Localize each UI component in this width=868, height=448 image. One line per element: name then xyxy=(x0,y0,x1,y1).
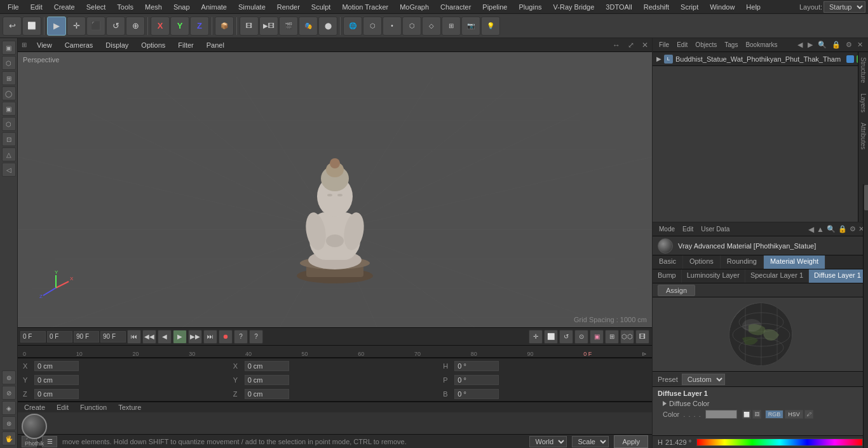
display-menu[interactable]: Display xyxy=(103,40,131,50)
3dtoall-menu[interactable]: 3DTOAll xyxy=(600,2,637,12)
panel-menu[interactable]: Panel xyxy=(204,40,227,50)
material-thumbnail[interactable]: Phothik xyxy=(22,414,47,439)
world-dropdown[interactable]: World xyxy=(529,436,567,447)
x-size-input[interactable] xyxy=(245,361,289,371)
render-region-button[interactable]: 🎬 xyxy=(279,17,298,36)
status-icon2[interactable]: ☰ xyxy=(42,436,57,447)
sidebar-tool-7[interactable]: ⊡ xyxy=(2,132,16,146)
next-frame-button[interactable]: ▶▶ xyxy=(188,330,202,344)
point-btn[interactable]: • xyxy=(383,17,402,36)
frame-input[interactable] xyxy=(47,331,72,343)
attr-subtab-diffuse[interactable]: Diffuse Layer 1 xyxy=(809,269,867,283)
vp-maximize-icon[interactable]: ⤢ xyxy=(628,41,634,50)
play-back-button[interactable]: ◀ xyxy=(158,330,172,344)
layers-tab[interactable]: Layers xyxy=(858,88,868,118)
frame-end-input1[interactable] xyxy=(74,331,99,343)
file-menu[interactable]: File xyxy=(3,2,24,12)
attr-subtab-specular[interactable]: Specular Layer 1 xyxy=(745,269,809,283)
mograph-menu[interactable]: MoGraph xyxy=(395,2,434,12)
frame-end-input2[interactable] xyxy=(100,331,126,343)
attr-forward-icon[interactable]: ▲ xyxy=(817,225,824,234)
color-tool-1[interactable]: ⬜ xyxy=(742,410,751,419)
sidebar-tool-5[interactable]: ▣ xyxy=(2,102,16,116)
attr-tab-matweight[interactable]: Material Weight xyxy=(764,255,825,269)
b-rot-input[interactable] xyxy=(454,389,499,399)
assign-button[interactable]: Assign xyxy=(658,285,695,296)
sidebar-tool-1[interactable]: ▣ xyxy=(2,41,16,55)
attr-tab-basic[interactable]: Basic xyxy=(653,255,683,269)
sidebar-tool-2[interactable]: ⬡ xyxy=(2,56,16,70)
select-menu[interactable]: Select xyxy=(81,2,111,12)
undo-button[interactable]: ↩ xyxy=(3,17,22,36)
om-forward-icon[interactable]: ▶ xyxy=(806,39,814,50)
h-rot-input[interactable] xyxy=(454,361,499,371)
render-film-button[interactable]: 🎞 xyxy=(240,17,259,36)
edit-menu[interactable]: Edit xyxy=(25,2,48,12)
y-size-input[interactable] xyxy=(245,375,289,385)
func-edit[interactable]: Edit xyxy=(54,402,71,412)
key-button[interactable]: ? xyxy=(234,330,248,344)
select-tool-button[interactable]: ▶ xyxy=(47,17,66,36)
pan-vp-button[interactable]: ⊙ xyxy=(574,330,588,344)
character-menu[interactable]: Character xyxy=(435,2,476,12)
z-axis-button[interactable]: Z xyxy=(190,17,209,36)
attr-tab-options[interactable]: Options xyxy=(683,255,721,269)
sidebar-tool-4[interactable]: ◯ xyxy=(2,86,16,100)
move-vp-button[interactable]: ✛ xyxy=(529,330,543,344)
motion-tracker-menu[interactable]: Motion Tracker xyxy=(337,2,393,12)
color-picker-btn[interactable]: 🖊 xyxy=(804,410,813,419)
sidebar-tool-8[interactable]: △ xyxy=(2,147,16,161)
attr-lock-icon[interactable]: 🔒 xyxy=(838,225,847,233)
help-button[interactable]: ? xyxy=(249,330,263,344)
func-function[interactable]: Function xyxy=(78,402,109,412)
zoom-vp-button[interactable]: ⬜ xyxy=(544,330,558,344)
om-back-icon[interactable]: ◀ xyxy=(796,39,804,50)
vp-close-icon[interactable]: ✕ xyxy=(642,41,648,50)
om-settings-icon[interactable]: ⚙ xyxy=(844,39,853,50)
om-lock-icon[interactable]: 🔒 xyxy=(831,39,842,50)
play-button[interactable]: ▶ xyxy=(173,330,187,344)
om-file-menu[interactable]: File xyxy=(656,41,672,49)
options-menu[interactable]: Options xyxy=(139,40,168,50)
filter-menu[interactable]: Filter xyxy=(175,40,196,50)
z-pos-input[interactable] xyxy=(34,389,79,399)
color-swatch[interactable] xyxy=(705,410,737,419)
frame-start-input[interactable] xyxy=(20,331,46,343)
structure-tab[interactable]: Structure xyxy=(858,52,868,88)
camera-btn[interactable]: 📷 xyxy=(461,17,480,36)
script-menu[interactable]: Script xyxy=(675,2,703,12)
attr-subtab-bump[interactable]: Bump xyxy=(653,269,682,283)
attr-search-icon[interactable]: 🔍 xyxy=(827,225,836,233)
go-end-button[interactable]: ⏭ xyxy=(203,330,217,344)
transform-tool-button[interactable]: ⊕ xyxy=(126,17,145,36)
object-mode-button[interactable]: 📦 xyxy=(215,17,234,36)
color-tool-2[interactable]: 🖼 xyxy=(752,410,761,419)
help-menu[interactable]: Help xyxy=(741,2,766,12)
attr-subtab-luminosity[interactable]: Luminosity Layer xyxy=(682,269,745,283)
viewport-canvas[interactable]: Perspective xyxy=(18,52,652,327)
pipeline-menu[interactable]: Pipeline xyxy=(477,2,512,12)
y-axis-button[interactable]: Y xyxy=(170,17,189,36)
world-btn[interactable]: 🌐 xyxy=(343,17,362,36)
live-btn[interactable]: ◇ xyxy=(422,17,441,36)
move-tool-button[interactable]: ✛ xyxy=(67,17,86,36)
attr-settings-icon[interactable]: ⚙ xyxy=(850,225,856,233)
display-vp-button[interactable]: 🎞 xyxy=(635,330,649,344)
y-pos-input[interactable] xyxy=(34,375,79,385)
right-panel-scrollbar[interactable] xyxy=(863,184,868,448)
om-close-icon[interactable]: ✕ xyxy=(856,39,864,50)
animate-menu[interactable]: Animate xyxy=(196,2,232,12)
rotate-tool-button[interactable]: ↺ xyxy=(106,17,125,36)
attr-userdata-menu[interactable]: User Data xyxy=(698,225,732,233)
grid-vp-button[interactable]: ⊞ xyxy=(605,330,619,344)
render-menu[interactable]: Render xyxy=(272,2,305,12)
sculpt-menu[interactable]: Sculpt xyxy=(306,2,336,12)
func-create[interactable]: Create xyxy=(22,402,48,412)
om-search-icon[interactable]: 🔍 xyxy=(817,39,828,50)
vp-expand-icon[interactable]: ↔ xyxy=(613,41,620,50)
attributes-vtab[interactable]: Attributes xyxy=(858,118,868,154)
x-pos-input[interactable] xyxy=(34,361,79,371)
preset-dropdown[interactable]: Custom xyxy=(682,374,725,385)
sidebar-tool-6[interactable]: ⬡ xyxy=(2,117,16,131)
sidebar-tool-3[interactable]: ⊞ xyxy=(2,71,16,85)
